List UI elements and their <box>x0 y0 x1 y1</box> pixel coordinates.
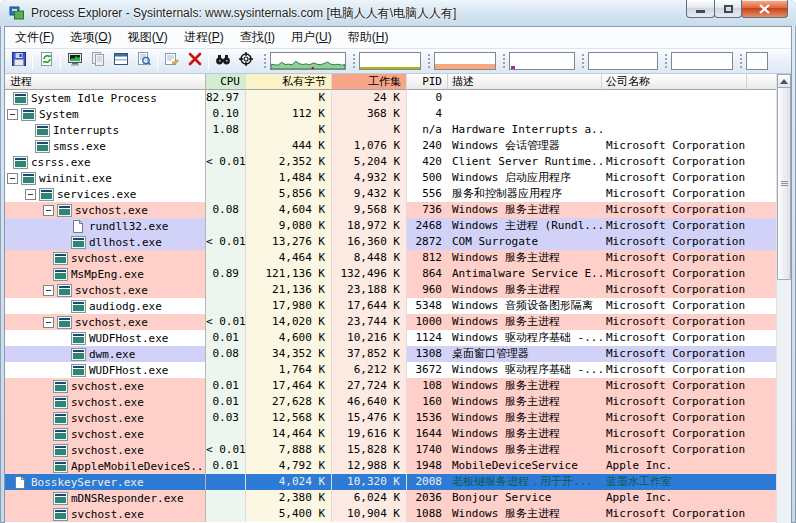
company-name-cell: Microsoft Corporation <box>602 282 747 298</box>
process-row[interactable]: rundll32.exe9,080 K18,972 K2468Windows 主… <box>5 218 776 234</box>
scrollbar-thumb[interactable] <box>777 87 791 280</box>
process-row[interactable]: svchost.exe< 0.0114,020 K23,744 K1000Win… <box>5 314 776 330</box>
collapse-toggle-icon[interactable] <box>43 285 54 296</box>
process-row[interactable]: svchost.exe5,400 K10,904 K1088Windows 服务… <box>5 506 776 522</box>
process-row[interactable]: WUDFHost.exe0.014,600 K10,216 K1124Windo… <box>5 330 776 346</box>
process-row[interactable]: smss.exe444 K1,076 K240Windows 会话管理器Micr… <box>5 138 776 154</box>
process-row[interactable]: svchost.exe0.0312,568 K15,476 K1536Windo… <box>5 410 776 426</box>
two-pane-view-button[interactable] <box>109 51 132 72</box>
cpu-history-graph[interactable] <box>270 52 346 70</box>
process-row[interactable]: dwm.exe0.0834,352 K37,852 K1308桌面窗口管理器Mi… <box>5 346 776 362</box>
toolbar-gripper[interactable] <box>664 53 668 69</box>
menu-item-h[interactable]: 帮助(H) <box>340 26 397 49</box>
pid-cell: 108 <box>407 378 448 394</box>
process-row[interactable]: services.exe5,856 K9,432 K556服务和控制器应用程序M… <box>5 186 776 202</box>
process-row[interactable]: svchost.exe0.084,604 K9,568 K736Windows … <box>5 202 776 218</box>
process-row[interactable]: MsMpEng.exe0.89121,136 K132,496 K864Anti… <box>5 266 776 282</box>
collapse-toggle-icon[interactable] <box>25 189 36 200</box>
toolbar-gripper[interactable] <box>352 53 356 69</box>
toolbar-gripper[interactable] <box>581 53 585 69</box>
working-set-cell: 37,852 K <box>332 346 407 362</box>
process-row[interactable]: csrss.exe< 0.012,352 K5,204 K420Client S… <box>5 154 776 170</box>
cpu-cell <box>206 474 246 490</box>
find-window-process-button[interactable] <box>234 51 257 72</box>
collapse-toggle-icon[interactable] <box>43 317 54 328</box>
window-icon <box>53 252 68 265</box>
process-row[interactable]: dllhost.exe< 0.0113,276 K16,360 K2872COM… <box>5 234 776 250</box>
process-row[interactable]: System Idle Process82.97K24 K0 <box>5 90 776 106</box>
process-name-cell: dwm.exe <box>5 346 206 362</box>
cpu-cell <box>206 170 246 186</box>
process-properties-button[interactable] <box>160 51 183 72</box>
process-row[interactable]: mDNSResponder.exe2,380 K6,024 K2036Bonjo… <box>5 490 776 506</box>
column-header-workset[interactable]: 工作集 <box>332 74 407 90</box>
scroll-up-button[interactable] <box>777 74 791 88</box>
minimize-button[interactable] <box>686 0 715 18</box>
process-row[interactable]: System0.10112 K368 K4 <box>5 106 776 122</box>
column-header-name[interactable]: 进程 <box>5 74 206 90</box>
column-header-company[interactable]: 公司名称 <box>602 74 747 90</box>
column-header-cpu[interactable]: CPU <box>206 74 246 90</box>
collapse-toggle-icon[interactable] <box>43 205 54 216</box>
menu-item-u[interactable]: 用户(U) <box>283 26 340 49</box>
process-row[interactable]: svchost.exe0.0127,628 K46,640 K160Window… <box>5 394 776 410</box>
close-button[interactable] <box>741 0 788 18</box>
pid-cell: n/a <box>407 122 448 138</box>
menu-item-p[interactable]: 进程(P) <box>176 26 232 49</box>
copy-columns-button[interactable] <box>86 51 109 72</box>
vertical-scrollbar[interactable] <box>776 74 791 523</box>
menu-item-v[interactable]: 视图(V) <box>120 26 176 49</box>
working-set-cell: 10,216 K <box>332 330 407 346</box>
process-name-cell: audiodg.exe <box>5 298 206 314</box>
process-row[interactable]: svchost.exe14,464 K19,616 K1644Windows 服… <box>5 426 776 442</box>
network-history-graph[interactable] <box>671 52 733 70</box>
process-row[interactable]: BosskeyServer.exe4,024 K10,320 K2008老板键服… <box>5 474 776 490</box>
process-row[interactable]: WUDFHost.exe1,764 K6,212 K3672Windows 驱动… <box>5 362 776 378</box>
column-header-pid[interactable]: PID <box>407 74 448 90</box>
process-row[interactable]: AppleMobileDeviceS...0.014,792 K12,988 K… <box>5 458 776 474</box>
column-header-private[interactable]: 私有字节 <box>246 74 332 90</box>
toolbar-gripper[interactable] <box>427 53 431 69</box>
process-row[interactable]: svchost.exe< 0.017,888 K15,828 K1740Wind… <box>5 442 776 458</box>
gpu-history-graph[interactable] <box>588 52 658 70</box>
process-row[interactable]: Interrupts1.08KKn/aHardware Interrupts a… <box>5 122 776 138</box>
collapse-toggle-icon[interactable] <box>7 109 18 120</box>
save-button[interactable] <box>7 51 30 72</box>
description-cell <box>448 106 602 122</box>
pid-cell: 2468 <box>407 218 448 234</box>
toolbar-gripper[interactable] <box>263 53 267 69</box>
view-dlls-button[interactable] <box>132 51 155 72</box>
maximize-button[interactable] <box>714 0 742 18</box>
process-row[interactable]: svchost.exe21,136 K23,188 K960Windows 服务… <box>5 282 776 298</box>
column-header-desc[interactable]: 描述 <box>448 74 602 90</box>
company-name-cell: Microsoft Corporation <box>602 362 747 378</box>
find-handle-or-dll-button[interactable] <box>211 51 234 72</box>
process-name-cell: BosskeyServer.exe <box>5 474 206 490</box>
process-row[interactable]: audiodg.exe17,980 K17,644 K5348Windows 音… <box>5 298 776 314</box>
window-icon <box>53 428 68 441</box>
refresh-button[interactable] <box>35 51 58 72</box>
menu-item-i[interactable]: 查找(I) <box>232 26 283 49</box>
process-row[interactable]: svchost.exe0.0117,464 K27,724 K108Window… <box>5 378 776 394</box>
toolbar-gripper[interactable] <box>739 53 743 69</box>
window-icon <box>13 92 28 105</box>
cpu-cell: 0.08 <box>206 346 246 362</box>
cpu-cell <box>206 282 246 298</box>
physical-memory-history-graph[interactable] <box>434 52 496 70</box>
window-icon <box>13 156 28 169</box>
io-history-graph[interactable] <box>509 52 575 70</box>
collapse-toggle-icon[interactable] <box>7 173 18 184</box>
menu-item-f[interactable]: 文件(F) <box>7 26 62 49</box>
disk-history-graph[interactable] <box>746 52 768 70</box>
commit-history-graph[interactable] <box>359 52 421 70</box>
private-bytes-cell: K <box>246 122 332 138</box>
process-row[interactable]: svchost.exe4,464 K8,448 K812Windows 服务主进… <box>5 250 776 266</box>
kill-process-button[interactable] <box>183 51 206 72</box>
toolbar-gripper[interactable] <box>502 53 506 69</box>
working-set-cell: 6,212 K <box>332 362 407 378</box>
process-row[interactable]: wininit.exe1,484 K4,932 K500Windows 启动应用… <box>5 170 776 186</box>
system-information-button[interactable] <box>63 51 86 72</box>
process-name-cell: dllhost.exe <box>5 234 206 250</box>
menu-item-o[interactable]: 选项(O) <box>62 26 119 49</box>
process-name-cell: svchost.exe <box>5 314 206 330</box>
